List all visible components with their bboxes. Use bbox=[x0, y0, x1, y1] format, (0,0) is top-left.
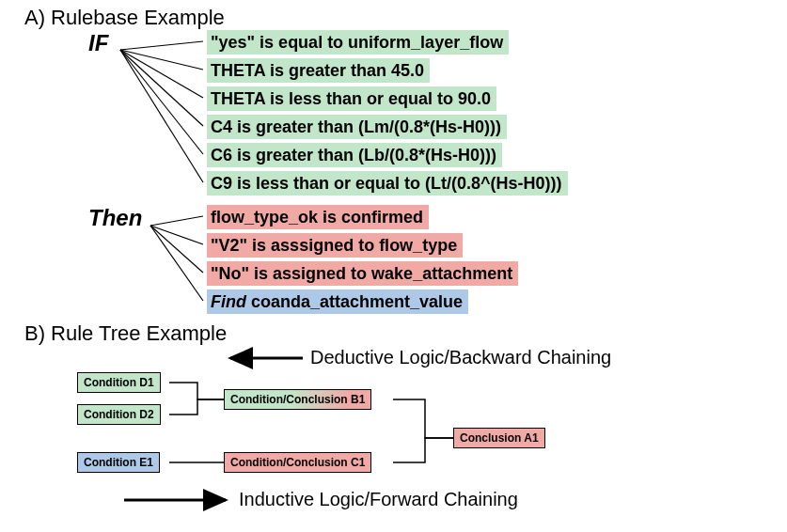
inductive-arrow bbox=[0, 0, 787, 532]
